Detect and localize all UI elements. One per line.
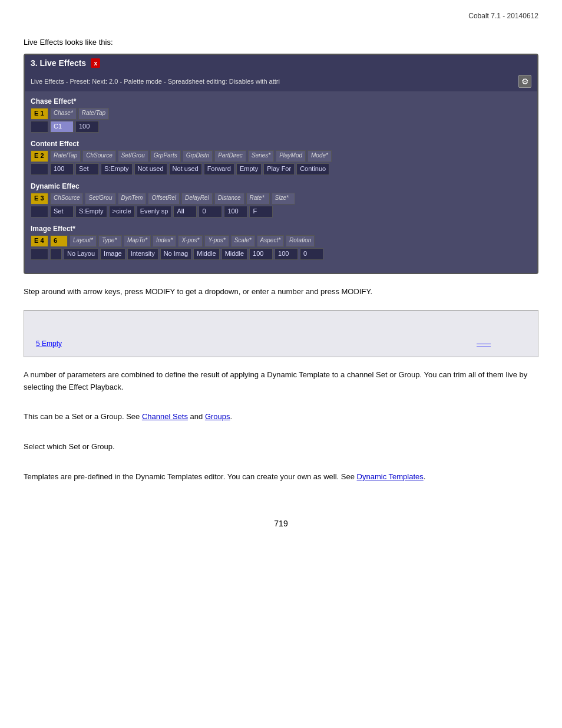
dynamic-values-row: Set S:Empty >circle Evenly sp All 0 100 …	[31, 206, 531, 218]
content-v7[interactable]: Empty	[236, 163, 262, 175]
image-h5: X-pos*	[178, 235, 203, 247]
image-v3[interactable]: Intensity	[127, 248, 158, 260]
description-box: 5 Empty ——	[24, 310, 538, 357]
para2-text: This can be a Set or a Group. See Channe…	[24, 411, 538, 423]
paragraph-4: Templates are pre-defined in the Dynamic…	[24, 471, 538, 483]
para2-text-after: .	[230, 412, 233, 421]
image-spacer2	[50, 248, 62, 260]
image-effect-label: Image Effect*	[31, 225, 531, 233]
content-h4: GrpParts	[150, 150, 181, 162]
chase-val-2[interactable]: 100	[75, 121, 99, 133]
panel-info-bar: Live Effects - Preset: Next: 2.0 - Palet…	[25, 71, 537, 91]
content-v6[interactable]: Forward	[204, 163, 234, 175]
content-effect-label: Content Effect	[31, 140, 531, 148]
panel-close-button[interactable]: x	[91, 58, 100, 68]
intro-text: Live Effects looks like this:	[24, 38, 538, 47]
dynamic-h5: DelayRel	[181, 193, 213, 205]
content-h7: Series*	[248, 150, 274, 162]
image-v2[interactable]: Image	[100, 248, 125, 260]
desc-link-left[interactable]: 5 Empty	[36, 340, 62, 348]
dynamic-effect-section: Dynamic Effec E 3 ChSource Set/Grou DynT…	[31, 182, 531, 218]
dynamic-v1[interactable]: Set	[50, 206, 74, 218]
chase-header-2: Rate/Tap	[78, 108, 109, 120]
panel-content: Chase Effect* E 1 Chase* Rate/Tap C1 100…	[25, 91, 537, 273]
chase-effect-headers: E 1 Chase* Rate/Tap	[31, 108, 531, 120]
content-v1[interactable]: 100	[50, 163, 74, 175]
dynamic-effect-headers: E 3 ChSource Set/Grou DynTem OffsetRel D…	[31, 193, 531, 205]
image-h9: Rotation	[286, 235, 315, 247]
dynamic-v3[interactable]: >circle	[109, 206, 135, 218]
dynamic-v6[interactable]: 0	[199, 206, 222, 218]
chase-header-1: Chase*	[50, 108, 77, 120]
version-text: Cobalt 7.1 - 20140612	[468, 12, 538, 20]
chase-val-1[interactable]: C1	[50, 121, 74, 133]
desc-link-right: ——	[477, 340, 491, 348]
dynamic-h8: Size*	[272, 193, 295, 205]
image-v4[interactable]: No Imag	[160, 248, 192, 260]
info-text: Live Effects - Preset: Next: 2.0 - Palet…	[31, 78, 280, 85]
content-v9[interactable]: Continuo	[296, 163, 329, 175]
image-id[interactable]: E 4	[31, 235, 48, 247]
para4-text-before: Templates are pre-defined in the Dynamic…	[24, 472, 357, 481]
dynamic-h3: DynTem	[118, 193, 147, 205]
chase-id[interactable]: E 1	[31, 108, 48, 120]
dynamic-id[interactable]: E 3	[31, 193, 48, 205]
gear-button[interactable]: ⚙	[518, 75, 531, 88]
live-effects-panel: 3. Live Effects x Live Effects - Preset:…	[24, 54, 538, 274]
para2-text-before: This can be a Set or a Group. See	[24, 412, 142, 421]
dynamic-v7[interactable]: 100	[224, 206, 247, 218]
content-v2[interactable]: Set	[75, 163, 99, 175]
image-h2: Type*	[98, 235, 122, 247]
panel-titlebar: 3. Live Effects x	[25, 55, 537, 71]
image-h1: Layout*	[70, 235, 97, 247]
content-h3: Set/Grou	[118, 150, 148, 162]
content-v3[interactable]: S:Empty	[101, 163, 133, 175]
paragraph-2: This can be a Set or a Group. See Channe…	[24, 411, 538, 423]
content-id[interactable]: E 2	[31, 150, 48, 162]
para4-text: Templates are pre-defined in the Dynamic…	[24, 471, 538, 483]
dynamic-v4[interactable]: Evenly sp	[137, 206, 172, 218]
para2-text-middle: and	[188, 412, 205, 421]
dynamic-v8[interactable]: F	[249, 206, 273, 218]
content-v4[interactable]: Not used	[134, 163, 167, 175]
image-effect-section: Image Effect* E 4 6 Layout* Type* MapTo*…	[31, 225, 531, 260]
content-spacer	[31, 163, 48, 175]
image-v7[interactable]: 100	[249, 248, 273, 260]
dynamic-spacer	[31, 206, 48, 218]
image-id-extra[interactable]: 6	[50, 235, 68, 247]
dynamic-v2[interactable]: S:Empty	[75, 206, 107, 218]
content-h5: GrpDistri	[183, 150, 213, 162]
step-text: Step around with arrow keys, press MODIF…	[24, 286, 538, 298]
content-h1: Rate/Tap	[50, 150, 81, 162]
dynamic-h1: ChSource	[50, 193, 83, 205]
dynamic-h4: OffsetRel	[148, 193, 180, 205]
chase-effect-label: Chase Effect*	[31, 97, 531, 106]
content-h8: PlayMod	[276, 150, 306, 162]
content-v5[interactable]: Not used	[169, 163, 202, 175]
image-h3: MapTo*	[124, 235, 151, 247]
image-v1[interactable]: No Layou	[64, 248, 98, 260]
image-h4: Index*	[153, 235, 176, 247]
image-v5[interactable]: Middle	[193, 248, 219, 260]
dynamic-effect-label: Dynamic Effec	[31, 182, 531, 190]
para3-text: Select which Set or Group.	[24, 441, 538, 453]
image-values-row: No Layou Image Intensity No Imag Middle …	[31, 248, 531, 260]
channel-sets-link[interactable]: Channel Sets	[142, 412, 188, 421]
image-v9[interactable]: 0	[300, 248, 323, 260]
content-h9: Mode*	[308, 150, 332, 162]
image-v8[interactable]: 100	[275, 248, 298, 260]
chase-values-row: C1 100	[31, 121, 531, 133]
image-v6[interactable]: Middle	[222, 248, 247, 260]
image-h8: Aspect*	[257, 235, 284, 247]
dynamic-templates-link[interactable]: Dynamic Templates	[357, 472, 424, 481]
content-h2: ChSource	[82, 150, 115, 162]
content-values-row: 100 Set S:Empty Not used Not used Forwar…	[31, 163, 531, 175]
dynamic-v5[interactable]: All	[173, 206, 197, 218]
image-h7: Scale*	[231, 235, 255, 247]
chase-spacer	[31, 121, 48, 133]
groups-link[interactable]: Groups	[205, 412, 230, 421]
image-h6: Y-pos*	[204, 235, 229, 247]
dynamic-h7: Rate*	[246, 193, 270, 205]
content-v8[interactable]: Play For	[263, 163, 295, 175]
image-spacer	[31, 248, 48, 260]
